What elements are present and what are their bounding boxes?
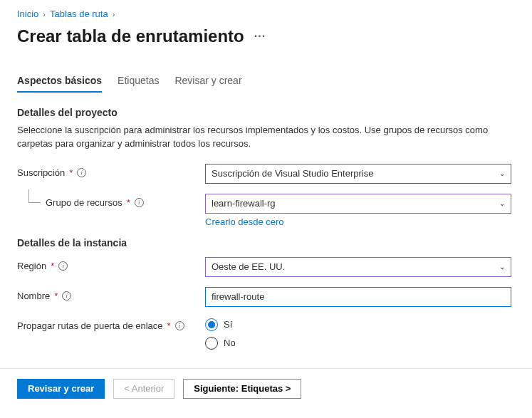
propagate-label: Propagar rutas de puerta de enlace * i — [17, 317, 205, 331]
chevron-down-icon: ⌄ — [499, 169, 505, 177]
footer: Revisar y crear < Anterior Siguiente: Et… — [0, 368, 532, 410]
region-label: Región * i — [17, 257, 205, 271]
project-details-heading: Detalles del proyecto — [17, 107, 515, 118]
subscription-label: Suscripción * i — [17, 164, 205, 178]
breadcrumb-route-tables[interactable]: Tablas de ruta — [50, 9, 108, 19]
propagate-yes-radio[interactable]: Sí — [205, 318, 515, 331]
previous-button: < Anterior — [113, 379, 174, 399]
region-select[interactable]: Oeste de EE. UU. ⌄ — [205, 257, 511, 277]
required-asterisk: * — [167, 320, 171, 331]
create-new-link[interactable]: Crearlo desde cero — [205, 216, 515, 227]
info-icon[interactable]: i — [62, 291, 71, 301]
resource-group-select[interactable]: learn-firewall-rg ⌄ — [205, 194, 511, 214]
subscription-select[interactable]: Suscripción de Visual Studio Enterprise … — [205, 164, 511, 184]
required-asterisk: * — [51, 261, 54, 271]
info-icon[interactable]: i — [135, 198, 144, 207]
chevron-down-icon: ⌄ — [499, 199, 505, 207]
propagate-radio-group: Sí No — [205, 317, 515, 350]
info-icon[interactable]: i — [58, 261, 68, 271]
tab-tags[interactable]: Etiquetas — [118, 70, 159, 92]
review-create-button[interactable]: Revisar y crear — [17, 379, 105, 399]
tabs: Aspectos básicos Etiquetas Revisar y cre… — [17, 70, 515, 93]
page-title: Crear tabla de enrutamiento ··· — [17, 26, 515, 46]
chevron-right-icon: › — [43, 10, 46, 19]
chevron-right-icon: › — [113, 10, 115, 19]
project-details-description: Seleccione la suscripción para administr… — [17, 124, 515, 151]
breadcrumb-home[interactable]: Inicio — [17, 9, 38, 19]
required-asterisk: * — [54, 291, 58, 301]
breadcrumb: Inicio › Tablas de ruta › — [17, 9, 515, 19]
info-icon[interactable]: i — [77, 168, 86, 177]
name-label: Nombre * i — [17, 287, 205, 301]
propagate-no-radio[interactable]: No — [205, 337, 515, 350]
more-icon[interactable]: ··· — [254, 30, 266, 43]
chevron-down-icon: ⌄ — [499, 263, 505, 271]
required-asterisk: * — [127, 197, 130, 208]
resource-group-label: Grupo de recursos * i — [17, 194, 205, 208]
info-icon[interactable]: i — [175, 321, 184, 330]
next-button[interactable]: Siguiente: Etiquetas > — [183, 379, 301, 399]
required-asterisk: * — [69, 167, 73, 178]
tab-review[interactable]: Revisar y crear — [174, 70, 241, 92]
instance-details-heading: Detalles de la instancia — [17, 237, 515, 249]
name-input[interactable] — [205, 287, 511, 307]
tab-basics[interactable]: Aspectos básicos — [17, 70, 102, 92]
